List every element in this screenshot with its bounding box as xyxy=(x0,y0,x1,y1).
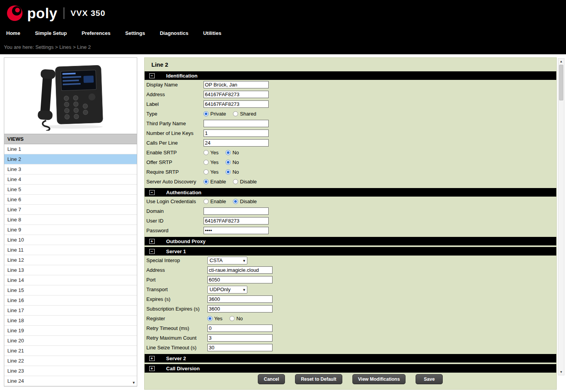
server-auto-discovery-enable-label: Enable xyxy=(211,179,226,185)
views-list: Line 1 Line 2 Line 3 Line 4 Line 5 Line … xyxy=(4,144,137,386)
outbound-proxy-header[interactable]: + Outbound Proxy xyxy=(145,237,556,245)
offer-srtp-no-label: No xyxy=(233,159,239,165)
nav-item-utilities[interactable]: Utilities xyxy=(203,30,221,36)
sidebar-item-line-8[interactable]: Line 8 xyxy=(4,215,137,225)
register-yes-radio[interactable] xyxy=(207,316,212,321)
sidebar-item-line-13[interactable]: Line 13 xyxy=(4,265,137,275)
require-srtp-no-radio[interactable] xyxy=(226,169,231,174)
sidebar-item-line-18[interactable]: Line 18 xyxy=(4,316,137,326)
server-1-header[interactable]: − Server 1 xyxy=(145,247,556,256)
scroll-up-icon[interactable] xyxy=(558,59,564,64)
sidebar-item-line-6[interactable]: Line 6 xyxy=(4,195,137,205)
transport-select[interactable]: UDPOnly xyxy=(207,286,247,294)
nav-item-simple-setup[interactable]: Simple Setup xyxy=(35,30,67,36)
type-private-radio[interactable] xyxy=(204,111,209,116)
scroll-down-icon[interactable] xyxy=(558,369,564,375)
line-seize-timeout-input[interactable] xyxy=(207,344,273,351)
calls-per-line-input[interactable] xyxy=(204,139,269,147)
sidebar-item-line-23[interactable]: Line 23 xyxy=(4,366,137,376)
vertical-scrollbar[interactable] xyxy=(558,58,564,375)
require-srtp-yes-radio[interactable] xyxy=(204,169,209,174)
register-no-radio[interactable] xyxy=(230,316,235,321)
sidebar-item-line-15[interactable]: Line 15 xyxy=(4,285,137,295)
view-modifications-button[interactable]: View Modifications xyxy=(352,374,406,384)
nav-item-preferences[interactable]: Preferences xyxy=(81,30,110,36)
label-input[interactable] xyxy=(204,100,269,108)
expand-icon[interactable]: + xyxy=(149,366,155,371)
collapse-icon[interactable]: − xyxy=(149,190,155,195)
sidebar-item-line-2[interactable]: Line 2 xyxy=(4,154,137,164)
sidebar-item-line-11[interactable]: Line 11 xyxy=(4,245,137,255)
retry-maximum-count-row: Retry Maximum Count xyxy=(145,333,556,343)
special-interop-select[interactable]: CSTA xyxy=(207,257,247,264)
sidebar-item-line-20[interactable]: Line 20 xyxy=(4,336,137,346)
sidebar-item-line-7[interactable]: Line 7 xyxy=(4,205,137,215)
port-input[interactable] xyxy=(207,276,273,283)
sidebar-item-line-4[interactable]: Line 4 xyxy=(4,174,137,185)
sidebar-item-line-5[interactable]: Line 5 xyxy=(4,185,137,195)
require-srtp-label: Require SRTP xyxy=(147,169,204,175)
sidebar-item-line-19[interactable]: Line 19 xyxy=(4,326,137,336)
reset-to-default-button[interactable]: Reset to Default xyxy=(295,374,342,384)
retry-maximum-count-input[interactable] xyxy=(207,334,273,342)
sidebar-item-line-21[interactable]: Line 21 xyxy=(4,346,137,356)
sidebar-item-line-14[interactable]: Line 14 xyxy=(4,275,137,285)
require-srtp-no-label: No xyxy=(233,169,239,175)
sidebar-item-line-24[interactable]: Line 24 xyxy=(4,376,137,386)
address-input[interactable] xyxy=(204,91,269,98)
third-party-name-label: Third Party Name xyxy=(147,121,204,126)
use-login-credentials-enable-radio[interactable] xyxy=(204,199,209,204)
offer-srtp-no-radio[interactable] xyxy=(226,160,231,165)
nav-item-settings[interactable]: Settings xyxy=(125,30,145,36)
number-of-line-keys-input[interactable] xyxy=(204,130,269,137)
subscription-expires-input[interactable] xyxy=(207,305,273,313)
scroll-thumb[interactable] xyxy=(559,65,563,100)
sidebar-item-line-3[interactable]: Line 3 xyxy=(4,164,137,174)
sidebar-item-line-1[interactable]: Line 1 xyxy=(4,144,137,154)
use-login-credentials-disable-radio[interactable] xyxy=(233,199,238,204)
sidebar-item-line-12[interactable]: Line 12 xyxy=(4,255,137,265)
sidebar-item-line-10[interactable]: Line 10 xyxy=(4,235,137,245)
call-diversion-header[interactable]: + Call Diversion xyxy=(145,364,556,373)
expand-icon[interactable]: + xyxy=(149,239,155,244)
subscription-expires-label: Subscription Expires (s) xyxy=(147,306,207,312)
server-auto-discovery-disable-radio[interactable] xyxy=(233,179,238,184)
display-name-input[interactable] xyxy=(204,81,269,88)
sidebar-item-line-9[interactable]: Line 9 xyxy=(4,225,137,235)
offer-srtp-radio-group: Yes No xyxy=(204,159,246,165)
user-id-input[interactable] xyxy=(204,217,269,224)
register-yes-label: Yes xyxy=(214,316,223,321)
collapse-icon[interactable]: − xyxy=(149,249,155,254)
register-label: Register xyxy=(147,316,207,321)
authentication-rows: Use Login Credentials Enable Disable Dom… xyxy=(145,197,556,235)
expires-input[interactable] xyxy=(207,295,273,303)
domain-label: Domain xyxy=(147,208,204,214)
nav-item-home[interactable]: Home xyxy=(6,30,20,36)
footer-buttons: Cancel Reset to Default View Modificatio… xyxy=(145,374,556,384)
cancel-button[interactable]: Cancel xyxy=(258,374,285,384)
nav-item-diagnostics[interactable]: Diagnostics xyxy=(160,30,188,36)
expand-icon[interactable]: + xyxy=(149,356,155,361)
domain-input[interactable] xyxy=(204,207,269,215)
server-auto-discovery-disable-label: Disable xyxy=(240,179,257,185)
save-button[interactable]: Save xyxy=(416,374,443,384)
sidebar-item-line-17[interactable]: Line 17 xyxy=(4,306,137,316)
sidebar-item-line-22[interactable]: Line 22 xyxy=(4,356,137,366)
require-srtp-radio-group: Yes No xyxy=(204,169,246,175)
password-input[interactable] xyxy=(204,227,269,234)
authentication-header[interactable]: − Authentication xyxy=(145,188,556,197)
offer-srtp-yes-radio[interactable] xyxy=(204,160,209,165)
server-address-input[interactable] xyxy=(207,266,273,274)
sidebar-scroll-down-icon[interactable] xyxy=(132,378,136,385)
retry-timeout-input[interactable] xyxy=(207,325,273,332)
enable-srtp-yes-radio[interactable] xyxy=(204,150,209,155)
number-of-line-keys-row: Number of Line Keys xyxy=(145,128,556,138)
sidebar-item-line-16[interactable]: Line 16 xyxy=(4,295,137,306)
third-party-name-input[interactable] xyxy=(204,120,269,127)
server-auto-discovery-enable-radio[interactable] xyxy=(204,179,209,184)
identification-header[interactable]: − Identification xyxy=(145,71,556,80)
enable-srtp-no-radio[interactable] xyxy=(226,150,231,155)
collapse-icon[interactable]: − xyxy=(149,73,155,78)
server-2-header[interactable]: + Server 2 xyxy=(145,354,556,363)
type-shared-radio[interactable] xyxy=(233,111,238,116)
